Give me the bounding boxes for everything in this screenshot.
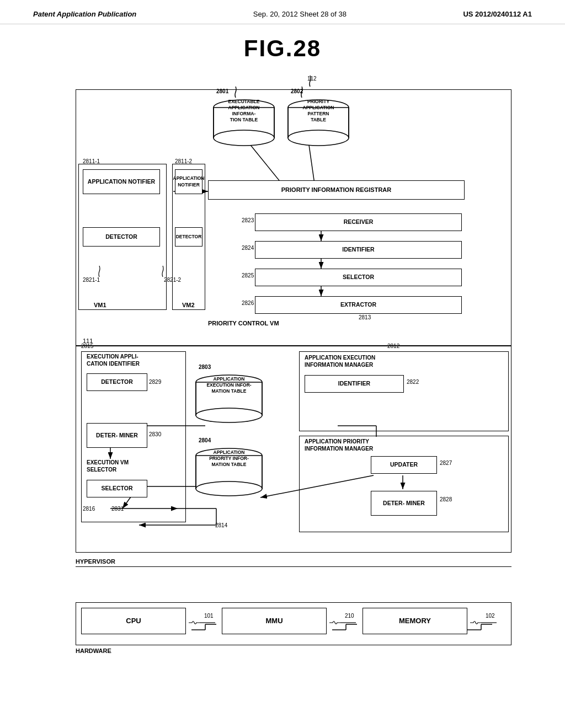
- ref-2823: 2823: [242, 217, 254, 223]
- ref-2828: 2828: [440, 496, 452, 502]
- ref-2804: 2804: [199, 437, 211, 444]
- mmu-box: MMU: [222, 608, 327, 634]
- priority-control-vm-label: PRIORITY CONTROL VM: [208, 320, 279, 326]
- ref-2802: 2802: [291, 88, 303, 95]
- ref-2830: 2830: [149, 431, 161, 437]
- ref-2821-2: 2821-2: [164, 277, 181, 283]
- main-content: FIG.28: [0, 24, 565, 679]
- app-priority-info-manager-label: APPLICATION PRIORITYINFORMATION MANAGER: [305, 438, 404, 452]
- ref-2803: 2803: [199, 363, 211, 371]
- ref-2824: 2824: [242, 245, 254, 251]
- db-2804-label: APPLICATIONPRIORITY INFOR-MATION TABLE: [193, 449, 265, 468]
- ref-2827: 2827: [440, 460, 452, 466]
- ref-2801: 2801: [216, 88, 228, 95]
- detector-1-box: DETECTOR: [83, 227, 160, 247]
- ref-2829: 2829: [149, 379, 161, 385]
- priority-info-registrar-box: PRIORITY INFORMATION REGISTRAR: [208, 180, 465, 200]
- cylinder-2801: EXECUTABLEAPPLICATIONINFORMA-TION TABLE …: [211, 98, 277, 150]
- cylinder-2803: APPLICATIONEXECUTION INFOR-MATION TABLE …: [193, 373, 265, 426]
- exec-vm-selector-label: EXECUTION VMSELECTOR: [87, 459, 129, 473]
- ref-2811-1: 2811-1: [83, 158, 100, 164]
- receiver-box: RECEIVER: [255, 213, 462, 231]
- detector-bottom-box: DETECTOR: [87, 373, 147, 391]
- svg-point-40: [196, 408, 262, 422]
- cylinder-2804: APPLICATIONPRIORITY INFOR-MATION TABLE 2…: [193, 447, 265, 499]
- date-sheet-label: Sep. 20, 2012 Sheet 28 of 38: [253, 10, 347, 18]
- db-2801-label: EXECUTABLEAPPLICATIONINFORMA-TION TABLE: [211, 99, 277, 123]
- hypervisor-label: HYPERVISOR: [76, 558, 115, 565]
- memory-box: MEMORY: [363, 608, 467, 634]
- diagram-container: 112 EXECUTABLEAPPLICATIONINFORMA-TION TA…: [45, 73, 520, 668]
- updater-box: UPDATER: [371, 456, 437, 474]
- ref-2831: 2831: [111, 506, 124, 512]
- identifier-top-box: IDENTIFIER: [255, 241, 462, 259]
- ref-2822: 2822: [407, 379, 419, 385]
- ref-101-group: 101: [188, 617, 218, 629]
- db-2803-label: APPLICATIONEXECUTION INFOR-MATION TABLE: [193, 376, 265, 394]
- svg-point-35: [288, 130, 349, 146]
- selector-top-box: SELECTOR: [255, 269, 462, 286]
- app-notifier-2-box: APPLICATION NOTIFIER: [175, 169, 202, 194]
- determiner-1-box: DETER- MINER: [87, 423, 147, 448]
- detector-2-box: DETECTOR: [175, 227, 202, 247]
- ref-2814: 2814: [215, 522, 227, 528]
- ref-210-group: 210: [328, 617, 359, 629]
- svg-point-30: [214, 130, 274, 146]
- vm1-label: VM1: [94, 302, 106, 308]
- ref-2815: 2815: [81, 343, 93, 349]
- ref-2821-1: 2821-1: [83, 277, 100, 283]
- ref-102-group: 102: [469, 617, 499, 629]
- ref-2812: 2812: [387, 343, 399, 349]
- hardware-label: HARDWARE: [76, 647, 111, 654]
- vm2-label: VM2: [182, 302, 195, 308]
- page-header: Patent Application Publication Sep. 20, …: [0, 0, 565, 24]
- app-notifier-1-box: APPLICATION NOTIFIER: [83, 169, 160, 194]
- ref-2811-2: 2811-2: [175, 158, 192, 164]
- selector-bottom-box: SELECTOR: [87, 480, 147, 497]
- identifier-bottom-box: IDENTIFIER: [305, 375, 404, 393]
- cpu-box: CPU: [81, 608, 186, 634]
- svg-point-45: [196, 481, 262, 496]
- hypervisor-region-box: [76, 566, 511, 572]
- ref-2813: 2813: [359, 314, 371, 320]
- ref-2825: 2825: [242, 272, 254, 279]
- exec-appli-id-label: EXECUTION APPLI-CATION IDENTIFIER: [87, 353, 140, 367]
- publication-label: Patent Application Publication: [33, 10, 136, 18]
- cylinder-2802: PRIORITYAPPLICATIONPATTERNTABLE 2802: [285, 98, 351, 150]
- determiner-2-box: DETER- MINER: [371, 491, 437, 516]
- ref-2826: 2826: [242, 300, 254, 306]
- patent-number-label: US 2012/0240112 A1: [463, 10, 532, 18]
- figure-title: FIG.28: [33, 35, 532, 62]
- extractor-box: EXTRACTOR: [255, 296, 462, 314]
- ref-2816: 2816: [83, 506, 95, 512]
- app-exec-info-manager-label: APPLICATION EXECUTIONINFORMATION MANAGER: [305, 354, 404, 368]
- ref-112: 112: [307, 76, 317, 82]
- db-2802-label: PRIORITYAPPLICATIONPATTERNTABLE: [285, 99, 351, 123]
